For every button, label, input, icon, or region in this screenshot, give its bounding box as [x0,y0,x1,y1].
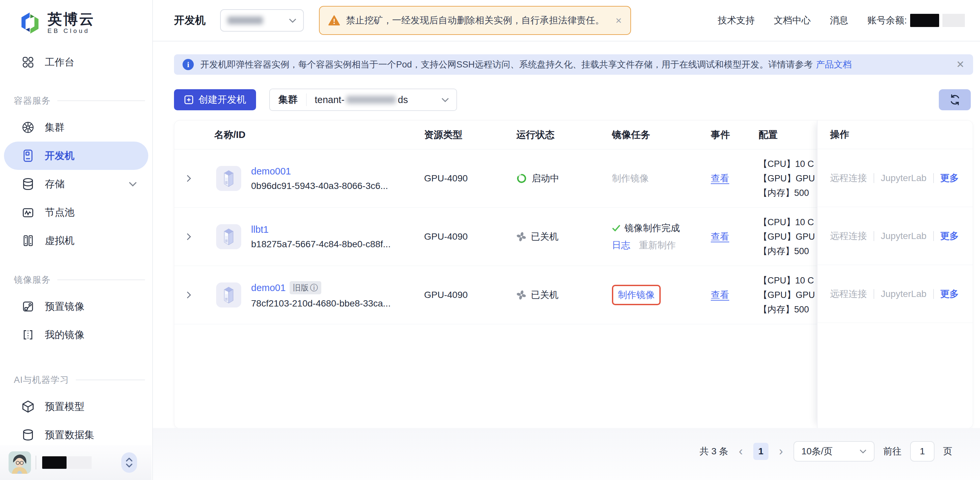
nav-tech-support[interactable]: 技术支持 [718,14,755,27]
config-gpu: 【GPU】GPU [759,230,819,244]
config-mem: 【内存】500 [759,244,819,258]
event-view-link[interactable]: 查看 [711,290,729,300]
preset-image-icon [21,299,35,314]
sidebar-item-preset-models[interactable]: 预置模型 [0,393,152,421]
section-title: AI与机器学习 [14,374,69,386]
page-size-select[interactable]: 10条/页 [794,441,875,461]
instance-name-link[interactable]: llbt1 [251,224,390,235]
plus-square-icon [184,95,194,105]
sidebar-item-label: 我的镜像 [45,328,84,342]
instance-name-link[interactable]: demo01 [251,282,286,293]
rebuild-link[interactable]: 重新制作 [639,239,676,252]
jupyterlab-link[interactable]: JupyterLab [881,173,927,184]
sidebar-item-devmachine[interactable]: 开发机 [4,141,148,170]
image-task-done: 镜像制作完成 [624,222,680,234]
expand-chevron-icon[interactable] [186,174,192,183]
prev-page-icon[interactable]: ‹ [737,445,745,457]
topbar-links: 技术支持 文档中心 消息 账号余额: [718,14,965,27]
config-cpu: 【CPU】10 C [759,273,819,288]
config-gpu: 【GPU】GPU [759,171,819,186]
workbench-grid-icon [21,55,35,69]
sidebar-item-my-images[interactable]: 我的镜像 [0,321,152,349]
nav-messages[interactable]: 消息 [830,14,848,27]
more-link[interactable]: 更多 [940,230,959,242]
total-count: 共 3 条 [700,445,728,458]
sidebar-item-label: 节点池 [45,206,75,219]
jupyterlab-link[interactable]: JupyterLab [881,289,927,299]
banner-close-icon[interactable]: ✕ [956,60,964,70]
jupyterlab-link[interactable]: JupyterLab [881,231,927,241]
sidebar-item-label: 存储 [45,177,65,191]
event-view-link[interactable]: 查看 [711,231,729,242]
sidebar-item-label: 集群 [45,121,65,134]
more-link[interactable]: 更多 [940,172,959,184]
topbar: 开发机 禁止挖矿，一经发现后自动删除相关实例，自行承担法律责任。 × 技术支持 … [153,0,980,41]
server-icon [216,224,241,249]
info-icon: i [183,59,194,70]
redacted-username-2 [67,456,92,469]
cluster-value: tenant- ds [307,95,441,105]
expand-chevron-icon[interactable] [186,233,192,241]
instance-name-link[interactable]: demo001 [251,166,388,177]
sidebar-item-nodepool[interactable]: 节点池 [0,198,152,227]
cluster-select[interactable]: 集群 tenant- ds [269,89,457,111]
create-devmachine-button[interactable]: 创建开发机 [174,89,256,110]
warning-icon [328,15,340,26]
info-banner: i 开发机即弹性容器实例，每个容器实例相当于一个Pod，支持公网SSH远程访问、… [174,54,973,75]
expand-chevron-icon[interactable] [186,291,192,299]
log-link[interactable]: 日志 [612,239,630,252]
section-title: 镜像服务 [14,274,51,286]
cluster-value-prefix: tenant- [315,95,344,105]
next-page-icon[interactable]: › [777,445,785,457]
section-title: 容器服务 [14,95,51,107]
avatar[interactable] [9,451,31,474]
info-text: 开发机即弹性容器实例，每个容器实例相当于一个Pod，支持公网SSH远程访问、系统… [200,59,813,70]
header-event: 事件 [711,128,759,141]
event-view-link[interactable]: 查看 [711,173,729,184]
current-page-button[interactable]: 1 [753,443,768,460]
nav-doc-center[interactable]: 文档中心 [774,14,811,27]
operations-sticky-panel: 操作 远程连接 JupyterLab 更多 远程连接 JupyterLab 更多… [817,120,973,428]
row-operations: 远程连接 JupyterLab 更多 [818,149,973,207]
account-balance: 账号余额: [867,14,965,27]
section-divider [57,279,145,280]
status-label: 已关机 [531,230,558,243]
make-image-link[interactable]: 制作镜像 [618,290,655,300]
resource-type: GPU-4090 [424,290,516,300]
status-label: 已关机 [531,289,558,301]
bottom-strip: 共 3 条 ‹ 1 › 10条/页 前往 1 页 [153,428,980,480]
more-link[interactable]: 更多 [940,288,959,300]
remote-connect-link[interactable]: 远程连接 [830,288,867,300]
section-image-services: 镜像服务 [0,273,152,287]
remote-connect-link[interactable]: 远程连接 [830,172,867,184]
brand-logo: 英博云 EB Cloud [19,11,152,35]
main-area: 开发机 禁止挖矿，一经发现后自动删除相关实例，自行承担法律责任。 × 技术支持 … [153,0,980,480]
brand-subtitle: EB Cloud [48,27,95,35]
row-operations: 远程连接 JupyterLab 更多 [818,207,973,265]
pagination: 共 3 条 ‹ 1 › 10条/页 前往 1 页 [700,441,952,461]
nodepool-chart-icon [21,206,35,219]
sidebar-item-storage[interactable]: 存储 [0,170,152,198]
product-doc-link[interactable]: 产品文档 [816,59,852,70]
sidebar-item-vm[interactable]: 虚拟机 [0,227,152,255]
sidebar-item-workbench[interactable]: 工作台 [0,48,152,76]
header-config: 配置 [759,128,819,141]
warning-close-icon[interactable]: × [616,15,622,26]
sidebar-item-cluster[interactable]: 集群 [0,113,152,141]
check-icon [612,225,620,232]
vm-racks-icon [21,234,35,247]
config-cpu: 【CPU】10 C [759,157,819,171]
redacted-balance-2 [942,14,965,27]
ops-divider [933,173,934,183]
legacy-badge: 旧版 ⓘ [290,281,321,294]
env-select[interactable] [220,9,304,32]
account-switcher-button[interactable] [121,452,137,473]
sidebar-item-preset-images[interactable]: 预置镜像 [0,292,152,321]
goto-page-input[interactable]: 1 [910,441,934,461]
refresh-button[interactable] [939,89,971,110]
devmachine-icon [21,149,35,163]
fan-stopped-icon [516,290,526,300]
mining-warning-banner: 禁止挖矿，一经发现后自动删除相关实例，自行承担法律责任。 × [319,6,631,35]
remote-connect-link[interactable]: 远程连接 [830,230,867,242]
warning-text: 禁止挖矿，一经发现后自动删除相关实例，自行承担法律责任。 [346,14,605,27]
